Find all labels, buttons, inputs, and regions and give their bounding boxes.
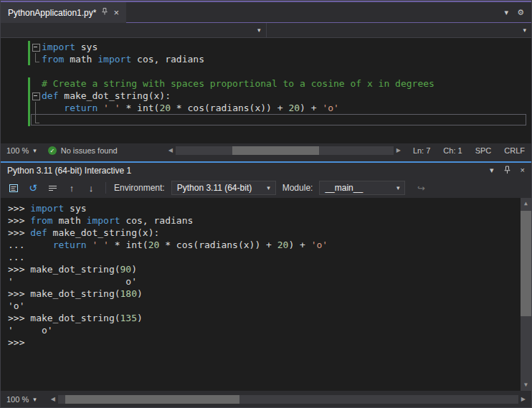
- interactive-horizontal-scrollbar[interactable]: ◀ ▶: [45, 391, 531, 407]
- glyph-margin[interactable]: [1, 41, 28, 53]
- editor-code-line[interactable]: from math import cos, radians: [1, 53, 531, 65]
- fold-collapse-icon[interactable]: [30, 90, 42, 102]
- fold-guide: [30, 53, 42, 65]
- console-line[interactable]: >>> make_dot_string(90): [1, 263, 531, 275]
- environment-label: Environment:: [114, 183, 165, 193]
- code-token: import: [30, 203, 64, 214]
- console-line[interactable]: >>>: [1, 336, 531, 348]
- glyph-margin[interactable]: [1, 102, 28, 114]
- code-token: ' o': [8, 325, 53, 336]
- pin-icon[interactable]: [101, 7, 108, 18]
- console-line[interactable]: ' o': [1, 324, 531, 336]
- code-token: import: [98, 54, 131, 65]
- code-token: * int(: [120, 103, 160, 113]
- document-tab[interactable]: PythonApplication1.py* ×: [1, 2, 126, 23]
- code-token: * cos(radians(x)) +: [159, 239, 277, 250]
- status-eol-indicator[interactable]: CRLF: [498, 146, 531, 155]
- fold-collapse-icon[interactable]: [30, 41, 42, 53]
- close-icon[interactable]: ×: [113, 8, 119, 17]
- console-line[interactable]: ' o': [1, 275, 531, 288]
- visual-studio-window: PythonApplication1.py* × ▾ ⚙ ▾ ▾ import …: [0, 0, 532, 408]
- editor-code-line[interactable]: def make_dot_string(x):: [1, 90, 531, 102]
- code-token: [98, 103, 103, 113]
- scroll-left-icon[interactable]: ◀: [48, 397, 58, 402]
- code-text: ... return ' ' * int(20 * cos(radians(x)…: [8, 239, 531, 251]
- console-vertical-scrollbar[interactable]: ▲ ▼: [521, 198, 531, 391]
- editor-code-line[interactable]: return ' ' * int(20 * cos(radians(x)) + …: [1, 102, 531, 114]
- scrollbar-track[interactable]: [58, 395, 518, 404]
- code-token: 20: [159, 103, 171, 113]
- code-token: >>>: [8, 227, 30, 238]
- code-token: >>> make_dot_string(: [8, 264, 120, 275]
- window-position-icon[interactable]: ▾: [490, 166, 494, 174]
- interactive-console[interactable]: >>> import sys>>> from math import cos, …: [1, 198, 531, 391]
- close-icon[interactable]: ×: [521, 166, 525, 174]
- interactive-zoom-select[interactable]: 100 % ▾: [1, 395, 42, 404]
- console-line[interactable]: ...: [1, 251, 531, 263]
- glyph-margin[interactable]: [1, 65, 28, 77]
- tool-window-title-bar[interactable]: Python 3.11 (64-bit) Interactive 1 ▾ ×: [1, 163, 531, 178]
- scrollbar-track[interactable]: [521, 209, 531, 379]
- console-line[interactable]: ... return ' ' * int(20 * cos(radians(x)…: [1, 239, 531, 251]
- pin-icon[interactable]: [503, 166, 511, 176]
- console-line[interactable]: >>> def make_dot_string(x):: [1, 227, 531, 239]
- editor-code-line[interactable]: [1, 65, 531, 77]
- scrollbar-thumb[interactable]: [521, 211, 531, 316]
- code-token: 'o': [8, 300, 24, 311]
- editor-code-line[interactable]: [1, 114, 531, 126]
- console-line[interactable]: >>> from math import cos, radians: [1, 214, 531, 227]
- code-editor[interactable]: import sysfrom math import cos, radians#…: [1, 38, 531, 143]
- code-token: ' ': [92, 239, 108, 250]
- environment-dropdown[interactable]: Python 3.11 (64-bit) ▾: [171, 181, 276, 195]
- code-token: ): [137, 313, 143, 323]
- environments-icon[interactable]: [7, 181, 20, 194]
- code-token: 'o': [322, 103, 338, 113]
- scrollbar-track[interactable]: [176, 146, 394, 155]
- console-line[interactable]: >>> import sys: [1, 202, 531, 214]
- code-token: ): [131, 264, 137, 275]
- scroll-down-icon[interactable]: ▼: [524, 379, 528, 391]
- zoom-value: 100 %: [6, 146, 29, 155]
- scrollbar-thumb[interactable]: [232, 146, 320, 155]
- editor-code-line[interactable]: import sys: [1, 41, 531, 53]
- scroll-left-icon[interactable]: ◀: [166, 148, 176, 153]
- code-text: [42, 65, 531, 77]
- code-text: >>> def make_dot_string(x):: [8, 227, 531, 239]
- code-text: [42, 114, 531, 126]
- scroll-right-icon[interactable]: ▶: [394, 148, 404, 153]
- console-line[interactable]: 'o': [1, 300, 531, 312]
- chevron-down-icon: ▾: [389, 184, 400, 191]
- editor-code-line[interactable]: # Create a string with spaces proportion…: [1, 77, 531, 90]
- console-line[interactable]: >>> make_dot_string(135): [1, 312, 531, 324]
- code-token: 90: [120, 264, 132, 275]
- types-dropdown[interactable]: ▾: [1, 23, 267, 37]
- code-token: sys: [64, 203, 86, 214]
- gear-icon[interactable]: ⚙: [517, 8, 524, 17]
- glyph-margin[interactable]: [1, 77, 28, 90]
- module-dropdown[interactable]: __main__ ▾: [319, 181, 405, 195]
- editor-zoom-select[interactable]: 100 % ▾: [1, 146, 42, 155]
- glyph-margin[interactable]: [1, 114, 28, 126]
- scrollbar-thumb[interactable]: [65, 395, 240, 404]
- console-line[interactable]: >>> make_dot_string(180): [1, 288, 531, 300]
- toolbar-overflow-icon[interactable]: ▾: [505, 8, 509, 17]
- glyph-margin[interactable]: [1, 53, 28, 65]
- code-text: ' o': [8, 275, 531, 288]
- editor-horizontal-scrollbar[interactable]: ◀ ▶: [163, 143, 407, 158]
- reset-icon[interactable]: ↺: [27, 181, 39, 194]
- code-token: from: [30, 215, 52, 226]
- scroll-up-icon[interactable]: ▲: [524, 198, 528, 209]
- history-next-icon[interactable]: ↓: [85, 181, 98, 194]
- console-output: >>> import sys>>> from math import cos, …: [1, 202, 531, 348]
- glyph-margin[interactable]: [1, 90, 28, 102]
- code-token: * int(: [109, 239, 148, 250]
- document-health-indicator[interactable]: ✓ No issues found: [42, 146, 123, 155]
- clear-all-icon[interactable]: [46, 181, 59, 194]
- code-token: [42, 103, 64, 113]
- history-previous-icon[interactable]: ↑: [65, 181, 78, 194]
- redo-icon[interactable]: ↪: [414, 181, 427, 194]
- members-dropdown[interactable]: ▾: [267, 23, 532, 37]
- scroll-right-icon[interactable]: ▶: [518, 397, 528, 402]
- status-space-indicator[interactable]: SPC: [469, 146, 498, 155]
- code-token: def: [30, 227, 47, 238]
